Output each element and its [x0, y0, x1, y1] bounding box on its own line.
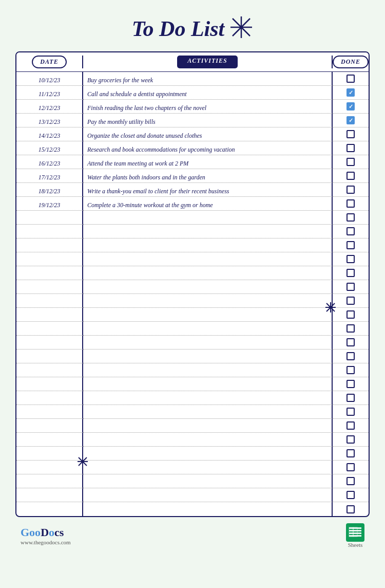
- activity-text: Buy groceries for the week: [87, 77, 153, 84]
- done-cell[interactable]: [333, 280, 369, 294]
- done-cell[interactable]: [333, 252, 369, 266]
- done-cell[interactable]: [333, 502, 369, 516]
- checkbox[interactable]: [346, 241, 355, 249]
- done-cell[interactable]: [333, 433, 369, 447]
- checkbox[interactable]: [346, 310, 355, 319]
- checkbox[interactable]: [346, 158, 355, 166]
- checkbox[interactable]: [346, 449, 355, 457]
- done-header-label: DONE: [333, 56, 369, 68]
- done-cell[interactable]: [333, 238, 369, 252]
- checkbox[interactable]: [346, 213, 355, 222]
- done-cell[interactable]: [333, 266, 369, 280]
- done-cell[interactable]: [333, 86, 369, 100]
- checkbox[interactable]: [346, 338, 355, 346]
- checkbox[interactable]: [346, 186, 355, 194]
- checkbox[interactable]: [346, 227, 355, 235]
- checkbox[interactable]: [346, 408, 355, 416]
- checkbox[interactable]: [346, 75, 355, 83]
- checkbox[interactable]: [346, 366, 355, 374]
- checkbox[interactable]: [346, 394, 355, 402]
- checkbox[interactable]: [346, 297, 355, 305]
- done-cell[interactable]: [333, 141, 369, 155]
- done-cell[interactable]: [333, 183, 369, 197]
- done-cell[interactable]: [333, 405, 369, 419]
- checkbox[interactable]: [346, 352, 355, 360]
- activity-cell: [83, 238, 333, 252]
- sheets-icon: [346, 523, 364, 542]
- done-cell[interactable]: [333, 211, 369, 225]
- done-cell[interactable]: [333, 294, 369, 308]
- date-cell: [16, 336, 83, 350]
- done-cell[interactable]: [333, 461, 369, 474]
- checkbox[interactable]: [346, 283, 355, 291]
- date-text: 15/12/23: [38, 146, 61, 154]
- done-cell[interactable]: [333, 350, 369, 363]
- done-cell[interactable]: [333, 114, 369, 127]
- checkbox[interactable]: [346, 199, 355, 208]
- done-cell[interactable]: [333, 474, 369, 488]
- done-cell[interactable]: [333, 363, 369, 377]
- done-cell[interactable]: [333, 377, 369, 391]
- date-cell: 12/12/23: [16, 100, 83, 114]
- checkbox[interactable]: [346, 435, 355, 444]
- done-cell[interactable]: [333, 169, 369, 183]
- checkbox[interactable]: [346, 324, 355, 333]
- done-cell[interactable]: [333, 127, 369, 141]
- activity-cell: Pay the monthly utility bills: [83, 114, 333, 127]
- date-cell: 10/12/23: [16, 72, 83, 86]
- activity-cell: Buy groceries for the week: [83, 72, 333, 86]
- column-headers: DATE ACTIVITIES DONE: [16, 52, 369, 71]
- activity-text: Finish reading the last two chapters of …: [87, 104, 206, 112]
- done-cell[interactable]: [333, 447, 369, 461]
- activity-cell: [83, 266, 333, 280]
- checkbox[interactable]: [346, 144, 355, 152]
- table-row: [16, 266, 369, 280]
- activity-text: Attend the team meeting at work at 2 PM: [87, 160, 188, 168]
- done-cell[interactable]: [333, 419, 369, 433]
- done-cell[interactable]: [333, 308, 369, 322]
- table-row: 18/12/23Write a thank-you email to clien…: [16, 183, 369, 197]
- logo-url: www.thegoodocs.com: [21, 539, 71, 545]
- checkbox[interactable]: [346, 380, 355, 388]
- done-cell[interactable]: [333, 336, 369, 350]
- checkbox[interactable]: [346, 102, 355, 111]
- date-cell: [16, 474, 83, 488]
- table-row: [16, 363, 369, 377]
- done-cell[interactable]: [333, 322, 369, 336]
- date-cell: 14/12/23: [16, 127, 83, 141]
- header: To Do List: [132, 15, 253, 42]
- activity-cell: [83, 225, 333, 238]
- checkbox[interactable]: [346, 505, 355, 513]
- checkbox[interactable]: [346, 477, 355, 485]
- date-cell: 16/12/23: [16, 155, 83, 169]
- table-row: [16, 488, 369, 502]
- checkbox[interactable]: [346, 269, 355, 277]
- checkbox[interactable]: [346, 116, 355, 124]
- logo-goo: Goo: [21, 526, 41, 539]
- activity-cell: Water the plants both indoors and in the…: [83, 169, 333, 183]
- footer-logo: GooDocs www.thegoodocs.com: [21, 526, 71, 545]
- date-cell: 17/12/23: [16, 169, 83, 183]
- activity-cell: [83, 322, 333, 336]
- done-cell[interactable]: [333, 391, 369, 405]
- date-text: 18/12/23: [38, 188, 61, 195]
- done-cell[interactable]: [333, 100, 369, 114]
- done-cell[interactable]: [333, 72, 369, 86]
- date-cell: [16, 322, 83, 336]
- checkbox[interactable]: [346, 172, 355, 180]
- table-row: [16, 391, 369, 405]
- table-row: [16, 238, 369, 252]
- table-row: [16, 447, 369, 461]
- done-cell[interactable]: [333, 155, 369, 169]
- done-cell[interactable]: [333, 197, 369, 211]
- done-cell[interactable]: [333, 488, 369, 502]
- table-row: [16, 419, 369, 433]
- date-cell: [16, 294, 83, 308]
- checkbox[interactable]: [346, 255, 355, 263]
- checkbox[interactable]: [346, 421, 355, 430]
- done-cell[interactable]: [333, 225, 369, 238]
- checkbox[interactable]: [346, 130, 355, 138]
- checkbox[interactable]: [346, 88, 355, 97]
- checkbox[interactable]: [346, 463, 355, 471]
- checkbox[interactable]: [346, 491, 355, 499]
